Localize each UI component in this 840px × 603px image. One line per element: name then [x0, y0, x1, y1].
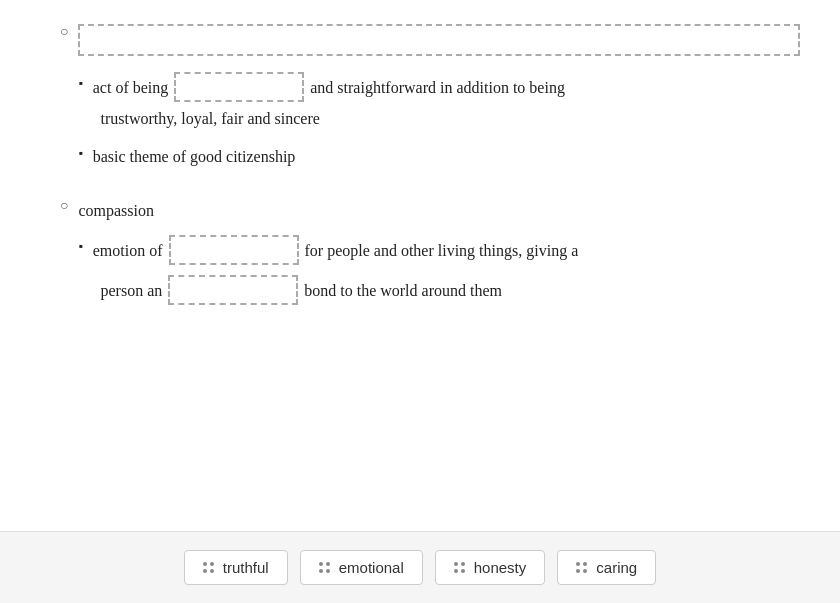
drag-icon-truthful — [203, 562, 215, 574]
drag-icon-caring — [576, 562, 588, 574]
drag-icon-emotional — [319, 562, 331, 574]
inner-content-1-2: basic theme of good citizenship — [93, 144, 800, 170]
outer-item-1: ▪ act of being and straightforward in ad… — [78, 20, 800, 180]
outer-bullet-1: ○ — [60, 24, 68, 40]
text-and-straightforward: and straightforward in addition to being — [310, 79, 565, 96]
text-emotion-of: emotion of — [93, 242, 163, 259]
chip-truthful[interactable]: truthful — [184, 550, 288, 585]
text-bond: bond to the world around them — [304, 282, 502, 299]
dashed-box-top[interactable] — [78, 24, 800, 56]
chip-caring[interactable]: caring — [557, 550, 656, 585]
text-person-an: person an — [100, 282, 162, 299]
inner-bullet-2-1: ▪ — [78, 239, 82, 254]
compassion-label: compassion — [78, 198, 800, 224]
chip-honesty-label: honesty — [474, 559, 527, 576]
continuation-text: trustworthy, loyal, fair and sincere — [100, 110, 800, 128]
dashed-box-inline-1[interactable] — [174, 72, 304, 102]
drag-icon-honesty — [454, 562, 466, 574]
outer-bullet-2: ○ — [60, 198, 68, 214]
inner-bullet-1-2: ▪ — [78, 146, 82, 161]
chip-emotional[interactable]: emotional — [300, 550, 423, 585]
text-for-people: for people and other living things, givi… — [305, 242, 579, 259]
inner-bullet-1-1: ▪ — [78, 76, 82, 91]
chip-honesty[interactable]: honesty — [435, 550, 546, 585]
main-content: ○ ▪ act of being and straightforward in … — [0, 0, 840, 531]
footer-bar: truthful emotional honesty caring — [0, 531, 840, 603]
text-act-of-being: act of being — [93, 79, 169, 96]
dashed-box-inline-3[interactable] — [168, 275, 298, 305]
outer-item-2: compassion ▪ emotion of for people and o… — [78, 194, 800, 318]
chip-emotional-label: emotional — [339, 559, 404, 576]
inner-content-1-1: act of being and straightforward in addi… — [93, 74, 800, 104]
inner-content-2-2: person an bond to the world around them — [100, 277, 800, 307]
dashed-box-inline-2[interactable] — [169, 235, 299, 265]
inner-content-2-1: emotion of for people and other living t… — [93, 237, 800, 267]
chip-caring-label: caring — [596, 559, 637, 576]
chip-truthful-label: truthful — [223, 559, 269, 576]
